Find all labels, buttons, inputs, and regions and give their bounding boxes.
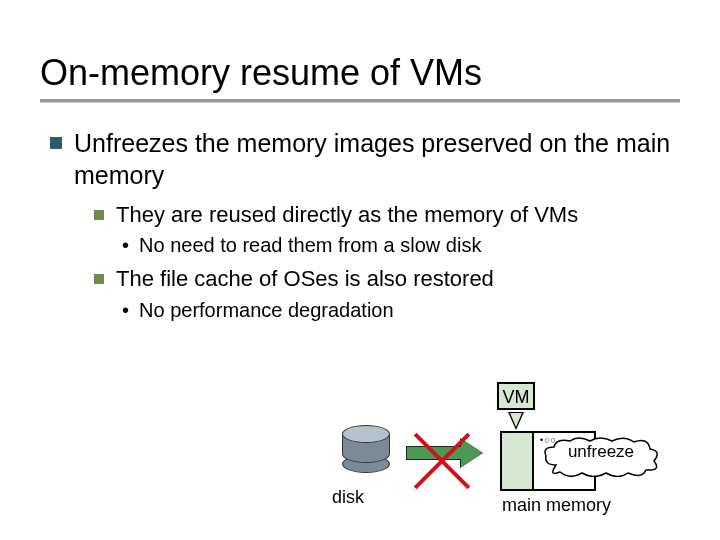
disk-icon bbox=[342, 425, 390, 473]
bullet-level3: No need to read them from a slow disk bbox=[122, 231, 680, 259]
memory-label: main memory bbox=[502, 495, 611, 516]
square-bullet-small-icon bbox=[94, 274, 104, 284]
bullet-level1: Unfreezes the memory images preserved on… bbox=[50, 128, 680, 191]
vm-memory-region bbox=[502, 433, 534, 489]
bullet-level3: No performance degradation bbox=[122, 296, 680, 324]
vm-pointer-icon bbox=[508, 412, 524, 430]
sub1-text: They are reused directly as the memory o… bbox=[116, 201, 578, 230]
bullet-level2: The file cache of OSes is also restored bbox=[94, 265, 680, 294]
vm-box: VM bbox=[497, 382, 535, 410]
title-area: On-memory resume of VMs bbox=[0, 0, 720, 110]
cross-icon bbox=[414, 423, 470, 479]
bullet-level2: They are reused directly as the memory o… bbox=[94, 201, 680, 230]
disk-label: disk bbox=[332, 487, 364, 508]
diagram: disk •○○ VM unfreeze main memory bbox=[320, 395, 720, 535]
bullet1-text: Unfreezes the memory images preserved on… bbox=[74, 128, 680, 191]
cloud-label: unfreeze bbox=[542, 443, 660, 460]
square-bullet-icon bbox=[50, 137, 62, 149]
square-bullet-small-icon bbox=[94, 210, 104, 220]
content-area: Unfreezes the memory images preserved on… bbox=[0, 110, 720, 324]
title-underline bbox=[40, 99, 680, 102]
slide-title: On-memory resume of VMs bbox=[40, 52, 680, 93]
sub2-text: The file cache of OSes is also restored bbox=[116, 265, 494, 294]
unfreeze-cloud: unfreeze bbox=[542, 437, 660, 477]
